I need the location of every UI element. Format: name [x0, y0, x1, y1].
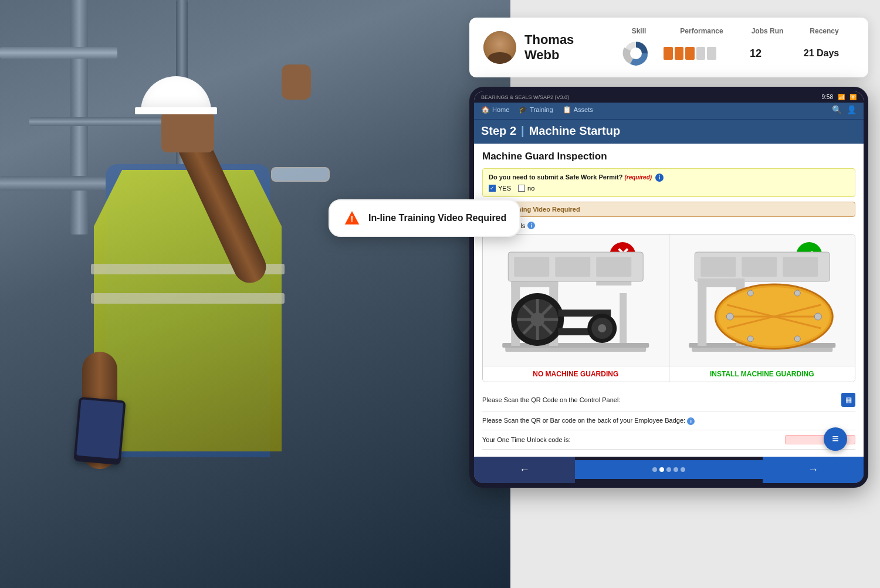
- skill-chart: [621, 39, 651, 68]
- warning-triangle-icon: !: [343, 209, 361, 227]
- nav-back-button[interactable]: ←: [474, 457, 575, 483]
- perf-bar: [685, 47, 695, 60]
- yes-option[interactable]: YES: [489, 185, 511, 192]
- required-badge: (required): [624, 174, 652, 181]
- step-number: Step 2: [481, 124, 516, 138]
- nav-progress: [575, 460, 763, 479]
- no-checkbox[interactable]: [518, 185, 525, 192]
- badge-info-icon: i: [687, 417, 695, 425]
- search-icon[interactable]: 🔍: [832, 105, 842, 114]
- info-icon: i: [655, 174, 664, 182]
- illustrations-container: ✕: [482, 234, 855, 382]
- svg-point-1: [630, 47, 642, 59]
- worker-tablet: [73, 397, 126, 465]
- safe-work-permit-question: Do you need to submit a Safe Work Permit…: [482, 168, 855, 197]
- section-title: Machine Guard Inspection: [482, 151, 855, 162]
- background-photo: [0, 0, 510, 588]
- svg-point-48: [814, 313, 821, 320]
- training-icon: 🎓: [519, 106, 527, 114]
- time-display: 9:58: [822, 94, 833, 100]
- safety-glasses: [271, 167, 330, 182]
- nav-training[interactable]: 🎓 Training: [519, 106, 553, 114]
- svg-rect-27: [555, 257, 590, 277]
- svg-rect-37: [783, 257, 818, 277]
- svg-point-51: [747, 336, 753, 342]
- worker-stats-card: Thomas Webb Skill Performance Jobs Run R…: [469, 18, 868, 77]
- perf-bar: [707, 47, 716, 60]
- required-tools-bar: Required Tools i: [482, 222, 855, 229]
- fab-menu-button[interactable]: ≡: [824, 427, 847, 451]
- progress-dot: [681, 467, 685, 472]
- unlock-code-field: Your One Time Unlock code is:: [482, 430, 855, 450]
- svg-point-21: [598, 324, 606, 332]
- helmet: [141, 76, 211, 111]
- nav-home[interactable]: 🏠 Home: [481, 106, 509, 114]
- svg-point-49: [747, 290, 753, 296]
- svg-point-50: [794, 290, 800, 296]
- install-guarding-illustration: ✓: [669, 234, 855, 363]
- no-guarding-illustration: ✕: [483, 234, 669, 363]
- nav-assets[interactable]: 📋 Assets: [563, 106, 593, 114]
- qr-icon: ▦: [845, 396, 852, 404]
- install-guarding-panel: ✓: [669, 234, 855, 382]
- recency-value: 21 Days: [795, 48, 848, 59]
- svg-rect-35: [700, 257, 736, 277]
- bottom-nav: ← →: [474, 457, 864, 483]
- status-bar: BEARINGS & SEALS W/SAP2 (V3.0) 9:58 📶 🛜: [474, 91, 864, 103]
- assets-icon: 📋: [563, 106, 571, 114]
- worker-figure: [35, 29, 446, 569]
- question-text: Do you need to submit a Safe Work Permit…: [489, 174, 849, 182]
- wifi-icon: 🛜: [849, 94, 857, 100]
- progress-dot: [673, 467, 678, 472]
- no-option[interactable]: no: [518, 185, 534, 192]
- jobs-run-header: Jobs Run: [747, 27, 788, 35]
- ui-overlay: Thomas Webb Skill Performance Jobs Run R…: [469, 18, 868, 488]
- user-icon[interactable]: 👤: [847, 105, 857, 114]
- recency-header: Recency: [801, 27, 848, 35]
- svg-rect-26: [514, 257, 549, 277]
- signal-icon: 📶: [838, 94, 845, 100]
- jobs-run-value: 12: [729, 47, 782, 60]
- progress-dot: [652, 467, 657, 472]
- worker-face: [161, 111, 214, 152]
- alert-popup: ! In-line Training Video Required: [329, 199, 520, 237]
- progress-dot: [666, 467, 671, 472]
- step-divider: |: [521, 124, 524, 138]
- install-guarding-label: INSTALL MACHINE GUARDING: [669, 366, 855, 382]
- svg-rect-22: [620, 293, 627, 343]
- nav-bar: 🏠 Home 🎓 Training 📋 Assets 🔍 👤: [474, 103, 864, 120]
- tablet-screen: BEARINGS & SEALS W/SAP2 (V3.0) 9:58 📶 🛜 …: [474, 91, 864, 483]
- menu-icon: ≡: [832, 432, 839, 446]
- perf-bar: [696, 47, 706, 60]
- qr-scan-button[interactable]: ▦: [841, 393, 855, 407]
- svg-rect-38: [698, 281, 706, 346]
- progress-dot-active: [659, 467, 664, 472]
- svg-rect-36: [742, 257, 777, 277]
- svg-rect-5: [502, 343, 649, 348]
- microlearning-bar: Microlearning Video Required: [482, 202, 855, 217]
- app-title-text: BEARINGS & SEALS W/SAP2 (V3.0): [481, 94, 569, 100]
- tools-info-icon: i: [527, 222, 535, 229]
- svg-point-52: [794, 336, 800, 342]
- perf-bar: [675, 47, 684, 60]
- step-header: Step 2 | Machine Startup: [474, 120, 864, 144]
- worker-avatar: [483, 31, 516, 64]
- tablet-device: BEARINGS & SEALS W/SAP2 (V3.0) 9:58 📶 🛜 …: [469, 87, 868, 488]
- alert-text: In-line Training Video Required: [368, 213, 506, 223]
- step-name: Machine Startup: [529, 124, 621, 138]
- svg-text:!: !: [351, 214, 354, 223]
- vest-strip: [91, 293, 285, 304]
- performance-header: Performance: [669, 27, 734, 35]
- home-icon: 🏠: [481, 106, 490, 114]
- yes-checkbox[interactable]: [489, 185, 496, 192]
- app-content: Machine Guard Inspection Do you need to …: [474, 144, 864, 457]
- nav-forward-button[interactable]: →: [763, 457, 864, 483]
- qr-scan-field: Please Scan the QR Code on the Control P…: [482, 388, 855, 412]
- badge-scan-field: Please Scan the QR or Bar code on the ba…: [482, 412, 855, 430]
- worker-name: Thomas Webb: [524, 32, 603, 63]
- svg-point-47: [726, 313, 733, 320]
- perf-bar: [664, 47, 673, 60]
- no-guarding-label: NO MACHINE GUARDING: [483, 366, 669, 382]
- skill-header: Skill: [621, 27, 656, 35]
- no-guarding-panel: ✕: [483, 234, 669, 382]
